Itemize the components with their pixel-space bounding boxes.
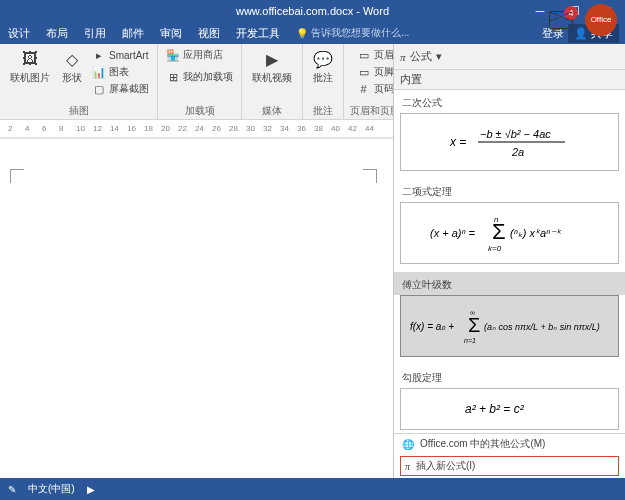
shapes-icon: ◇	[62, 49, 82, 69]
tab-layout[interactable]: 布局	[38, 22, 76, 44]
pagenum-icon: #	[357, 82, 371, 96]
ribbon-group-media: ▶联机视频 媒体	[242, 44, 303, 119]
page-corner	[10, 169, 24, 183]
equation-pythagorean[interactable]: a² + b² = c²	[400, 388, 619, 430]
store-button[interactable]: 🏪应用商店	[164, 47, 235, 63]
svg-text:n=1: n=1	[464, 337, 476, 344]
ribbon-group-addins: 🏪应用商店 ⊞我的加载项 加载项	[158, 44, 242, 119]
svg-text:n: n	[494, 215, 499, 224]
equation-panel: π公式▾ 内置 二次公式 x =−b ± √b² − 4ac2a 二项式定理 (…	[393, 44, 625, 478]
more-equations-link[interactable]: 🌐Office.com 中的其他公式(M)	[394, 434, 625, 454]
insert-new-equation[interactable]: π插入新公式(I)	[400, 456, 619, 476]
status-macros-icon[interactable]: ▶	[87, 484, 95, 495]
titlebar: www.officebai.com.docx - Word ─ ☐ ✕	[0, 0, 625, 22]
status-language[interactable]: 中文(中国)	[28, 482, 75, 496]
footer-button[interactable]: ▭页脚	[355, 64, 396, 80]
svg-text:−b ± √b² − 4ac: −b ± √b² − 4ac	[480, 128, 551, 140]
tab-references[interactable]: 引用	[76, 22, 114, 44]
office-logo[interactable]: Office	[585, 4, 617, 36]
equation-list: 二次公式 x =−b ± √b² − 4ac2a 二项式定理 (x + a)ⁿ …	[394, 90, 625, 433]
svg-text:(ⁿₖ) xᵏaⁿ⁻ᵏ: (ⁿₖ) xᵏaⁿ⁻ᵏ	[510, 227, 562, 239]
group-label: 加载项	[185, 104, 215, 118]
tab-review[interactable]: 审阅	[152, 22, 190, 44]
online-video-button[interactable]: ▶联机视频	[248, 47, 296, 87]
screenshot-button[interactable]: ▢屏幕截图	[90, 81, 151, 97]
footer-icon: ▭	[357, 65, 371, 79]
chart-button[interactable]: 📊图表	[90, 64, 151, 80]
pagenumber-button[interactable]: #页码	[355, 81, 396, 97]
online-pictures-button[interactable]: 🖼联机图片	[6, 47, 54, 87]
addins-icon: ⊞	[166, 70, 180, 84]
svg-text:(x + a)ⁿ =: (x + a)ⁿ =	[430, 227, 476, 239]
group-label: 批注	[313, 104, 333, 118]
svg-text:k=0: k=0	[488, 244, 502, 253]
mail-badge: 4	[564, 6, 578, 20]
tab-developer[interactable]: 开发工具	[228, 22, 288, 44]
svg-text:a² + b² = c²: a² + b² = c²	[465, 402, 525, 416]
equation-title: 傅立叶级数	[394, 272, 625, 295]
smartart-button[interactable]: ▸SmartArt	[90, 47, 151, 63]
header-icon: ▭	[357, 48, 371, 62]
lightbulb-icon: 💡	[296, 28, 308, 39]
mail-icon[interactable]: 4	[549, 11, 573, 29]
statusbar: ✎ 中文(中国) ▶	[0, 478, 625, 500]
equation-fourier[interactable]: f(x) = a₀ +Σ∞n=1(aₙ cos nπx/L + bₙ sin n…	[400, 295, 619, 357]
screenshot-icon: ▢	[92, 82, 106, 96]
page-corner	[363, 169, 377, 183]
window-title: www.officebai.com.docx - Word	[236, 5, 389, 17]
equation-header[interactable]: π公式▾	[394, 44, 625, 70]
status-spellcheck-icon[interactable]: ✎	[8, 484, 16, 495]
equation-quadratic[interactable]: x =−b ± √b² − 4ac2a	[400, 113, 619, 171]
ribbon-group-comments: 💬批注 批注	[303, 44, 344, 119]
svg-text:Σ: Σ	[468, 314, 480, 336]
chart-icon: 📊	[92, 65, 106, 79]
svg-text:f(x) = a₀ +: f(x) = a₀ +	[410, 321, 454, 332]
equation-footer: 🌐Office.com 中的其他公式(M) π插入新公式(I)	[394, 433, 625, 478]
svg-text:∞: ∞	[470, 309, 475, 316]
smartart-icon: ▸	[92, 48, 106, 62]
picture-icon: 🖼	[20, 49, 40, 69]
group-label: 媒体	[262, 104, 282, 118]
shapes-button[interactable]: ◇形状	[58, 47, 86, 87]
comment-button[interactable]: 💬批注	[309, 47, 337, 87]
pi-icon: π	[400, 51, 406, 63]
tell-me[interactable]: 💡告诉我您想要做什么...	[296, 26, 409, 40]
pi-icon: π	[405, 461, 410, 472]
top-right-icons: 4 Office	[549, 4, 617, 36]
equation-title: 勾股定理	[394, 365, 625, 388]
tab-design[interactable]: 设计	[0, 22, 38, 44]
equation-title: 二项式定理	[394, 179, 625, 202]
equation-category: 内置	[394, 70, 625, 90]
svg-text:x =: x =	[450, 135, 466, 149]
video-icon: ▶	[262, 49, 282, 69]
ribbon-tabs: 设计 布局 引用 邮件 审阅 视图 开发工具 💡告诉我您想要做什么... 登录 …	[0, 22, 625, 44]
office-icon: 🌐	[402, 439, 414, 450]
equation-binomial[interactable]: (x + a)ⁿ =Σnk=0(ⁿₖ) xᵏaⁿ⁻ᵏ	[400, 202, 619, 264]
my-addins-button[interactable]: ⊞我的加载项	[164, 69, 235, 85]
tab-mailings[interactable]: 邮件	[114, 22, 152, 44]
svg-text:2a: 2a	[511, 146, 524, 158]
svg-text:(aₙ cos nπx/L + bₙ sin nπx/L): (aₙ cos nπx/L + bₙ sin nπx/L)	[484, 322, 600, 332]
tab-view[interactable]: 视图	[190, 22, 228, 44]
header-button[interactable]: ▭页眉	[355, 47, 396, 63]
equation-title: 二次公式	[394, 90, 625, 113]
comment-icon: 💬	[313, 49, 333, 69]
chevron-down-icon: ▾	[436, 50, 442, 63]
store-icon: 🏪	[166, 48, 180, 62]
ribbon-group-illustrations: 🖼联机图片 ◇形状 ▸SmartArt 📊图表 ▢屏幕截图 插图	[0, 44, 158, 119]
group-label: 插图	[69, 104, 89, 118]
